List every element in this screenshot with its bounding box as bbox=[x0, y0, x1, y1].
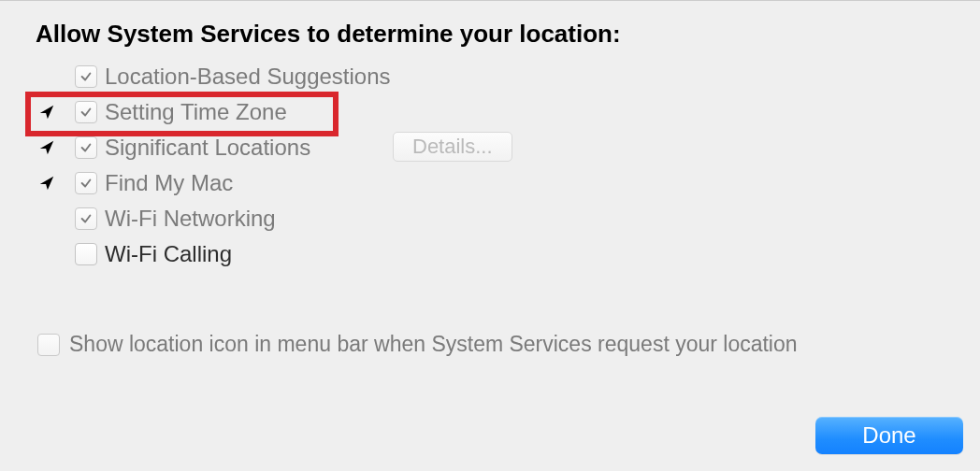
menubar-toggle-checkbox[interactable] bbox=[37, 334, 60, 356]
annotation-highlight bbox=[25, 92, 339, 136]
service-row: Wi-Fi Networking bbox=[37, 201, 692, 236]
service-label: Location-Based Suggestions bbox=[105, 65, 391, 88]
service-label: Wi-Fi Networking bbox=[105, 207, 276, 230]
service-checkbox-wifi-calling[interactable] bbox=[75, 243, 97, 265]
service-checkbox-find-my-mac[interactable] bbox=[75, 172, 97, 194]
service-checkbox-location-based-suggestions[interactable] bbox=[75, 65, 97, 88]
menubar-toggle-label: Show location icon in menu bar when Syst… bbox=[69, 332, 798, 357]
service-label: Find My Mac bbox=[105, 172, 233, 194]
service-checkbox-significant-locations[interactable] bbox=[75, 136, 97, 159]
done-button[interactable]: Done bbox=[815, 417, 963, 454]
menubar-toggle-row: Show location icon in menu bar when Syst… bbox=[37, 332, 798, 357]
system-services-dialog: Allow System Services to determine your … bbox=[0, 0, 980, 471]
service-row: Location-Based Suggestions bbox=[37, 59, 692, 94]
page-title: Allow System Services to determine your … bbox=[36, 20, 621, 49]
service-checkbox-wifi-networking[interactable] bbox=[75, 207, 97, 230]
service-label: Wi-Fi Calling bbox=[105, 243, 232, 265]
details-button[interactable]: Details... bbox=[393, 132, 512, 162]
service-row: Wi-Fi Calling bbox=[37, 236, 692, 272]
service-row: Find My Mac bbox=[37, 165, 692, 201]
location-active-icon bbox=[37, 138, 56, 157]
service-label: Significant Locations bbox=[105, 136, 310, 159]
location-active-icon bbox=[37, 174, 56, 193]
